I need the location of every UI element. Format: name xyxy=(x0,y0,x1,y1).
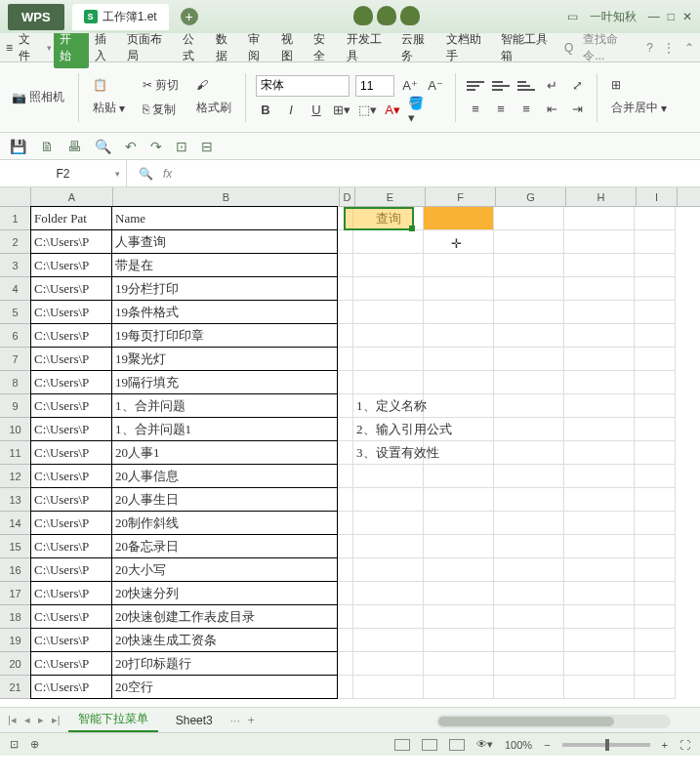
cell[interactable]: C:\Users\P xyxy=(30,347,112,371)
cell[interactable]: Name xyxy=(111,206,338,230)
sheet-nav-next[interactable]: ▸ xyxy=(38,714,44,726)
cell[interactable]: C:\Users\P xyxy=(30,253,112,277)
fill-color-button[interactable]: 🪣▾ xyxy=(408,101,428,120)
cell[interactable] xyxy=(338,277,353,301)
file-tab[interactable]: S 工作簿1.et xyxy=(72,4,169,30)
cell[interactable]: C:\Users\P xyxy=(30,323,112,348)
row-header[interactable]: 18 xyxy=(0,605,31,629)
row-header[interactable]: 8 xyxy=(0,371,31,394)
cell[interactable] xyxy=(564,207,635,230)
merge-cells-button[interactable]: ⊞ xyxy=(607,76,671,94)
cell[interactable] xyxy=(338,254,353,277)
cell[interactable]: Folder Pat xyxy=(30,206,112,230)
cell[interactable] xyxy=(353,488,424,512)
cell[interactable] xyxy=(494,582,564,605)
cell[interactable] xyxy=(564,535,635,558)
cell[interactable] xyxy=(494,465,564,488)
cell[interactable] xyxy=(635,676,676,699)
cell[interactable] xyxy=(494,488,564,512)
cell[interactable] xyxy=(635,652,676,676)
fullscreen-icon[interactable]: ⛶ xyxy=(679,739,690,751)
cell[interactable]: 20大小写 xyxy=(111,557,338,582)
cell[interactable] xyxy=(424,207,494,230)
cell[interactable]: 20快速创建工作表皮目录 xyxy=(111,604,338,629)
cell[interactable]: C:\Users\P xyxy=(30,487,112,512)
cell[interactable]: C:\Users\P xyxy=(30,557,112,582)
cell[interactable] xyxy=(424,277,494,301)
cell[interactable] xyxy=(564,394,635,418)
cell[interactable] xyxy=(494,512,564,535)
cell-style-button[interactable]: ⬚▾ xyxy=(357,101,377,120)
cell[interactable] xyxy=(564,277,635,301)
sheet-nav-first[interactable]: |◂ xyxy=(8,714,17,726)
preview-icon[interactable]: 🔍 xyxy=(95,139,111,154)
horizontal-scrollbar[interactable] xyxy=(436,715,671,728)
cell[interactable] xyxy=(635,371,676,394)
cell[interactable] xyxy=(424,605,494,629)
cell[interactable]: 3、设置有效性 xyxy=(353,441,424,465)
align-center-icon[interactable]: ≡ xyxy=(491,100,511,119)
format-brush-label[interactable]: 格式刷 xyxy=(192,98,235,118)
align-right-icon[interactable]: ≡ xyxy=(516,100,536,119)
cell[interactable] xyxy=(353,558,424,582)
cell[interactable] xyxy=(338,488,353,512)
font-family-select[interactable] xyxy=(256,75,350,97)
cell[interactable]: 19隔行填充 xyxy=(111,370,338,394)
minimize-button[interactable]: — xyxy=(648,10,660,23)
cell[interactable] xyxy=(635,535,676,558)
cell[interactable]: 19每页打印印章 xyxy=(111,323,338,348)
save-icon[interactable]: 💾 xyxy=(10,139,26,154)
cell[interactable] xyxy=(494,605,564,629)
cell[interactable]: 19条件格式 xyxy=(111,300,338,324)
close-button[interactable]: ✕ xyxy=(682,10,692,23)
cell[interactable] xyxy=(564,629,635,652)
zoom-icon[interactable]: 🔍 xyxy=(139,167,153,181)
cell[interactable] xyxy=(635,629,676,652)
copy-button[interactable]: ⎘ 复制 xyxy=(139,100,183,120)
row-header[interactable]: 20 xyxy=(0,652,31,676)
cell[interactable]: C:\Users\P xyxy=(30,370,112,394)
cell[interactable] xyxy=(424,394,494,418)
camera-button[interactable]: 📷 照相机 xyxy=(8,87,68,107)
cell[interactable] xyxy=(635,348,676,371)
cell[interactable]: C:\Users\P xyxy=(30,534,112,558)
cell[interactable] xyxy=(338,676,353,699)
cell[interactable] xyxy=(353,465,424,488)
cell[interactable] xyxy=(564,418,635,441)
zoom-in-button[interactable]: + xyxy=(662,739,668,751)
cell[interactable] xyxy=(338,605,353,629)
cell[interactable] xyxy=(338,535,353,558)
paste-label[interactable]: 粘贴▾ xyxy=(89,98,129,118)
new-tab-button[interactable]: + xyxy=(181,8,198,25)
cell[interactable]: 20人事1 xyxy=(111,440,338,465)
wrap-text-icon[interactable]: ↵ xyxy=(542,76,561,96)
cell[interactable]: 20人事信息 xyxy=(111,464,338,488)
align-bottom-icon[interactable] xyxy=(516,76,536,96)
cell[interactable] xyxy=(635,230,676,254)
font-size-select[interactable] xyxy=(355,75,394,97)
cell[interactable] xyxy=(338,324,353,348)
cell[interactable] xyxy=(564,441,635,465)
cell[interactable] xyxy=(353,324,424,348)
help-icon[interactable]: ? xyxy=(646,41,653,55)
cell[interactable] xyxy=(494,230,564,254)
cell[interactable] xyxy=(424,301,494,324)
cell[interactable] xyxy=(635,488,676,512)
cell[interactable]: 20空行 xyxy=(111,675,338,699)
cell[interactable] xyxy=(424,324,494,348)
cell[interactable] xyxy=(494,441,564,465)
cell[interactable] xyxy=(494,418,564,441)
cell[interactable] xyxy=(635,441,676,465)
cell[interactable] xyxy=(424,488,494,512)
cell[interactable]: C:\Users\P xyxy=(30,604,112,629)
cell[interactable]: C:\Users\P xyxy=(30,464,112,488)
col-header-I[interactable]: I xyxy=(637,187,678,206)
col-header-E[interactable]: E xyxy=(355,187,426,206)
row-header[interactable]: 3 xyxy=(0,254,31,277)
cell[interactable] xyxy=(564,582,635,605)
cell[interactable]: C:\Users\P xyxy=(30,440,112,465)
cell[interactable]: 20快速分列 xyxy=(111,581,338,605)
spreadsheet-grid[interactable]: ABDEFGHI 1234567891011121314151617181920… xyxy=(0,187,700,707)
view-page-icon[interactable] xyxy=(422,739,437,751)
align-left-icon[interactable]: ≡ xyxy=(466,100,485,119)
